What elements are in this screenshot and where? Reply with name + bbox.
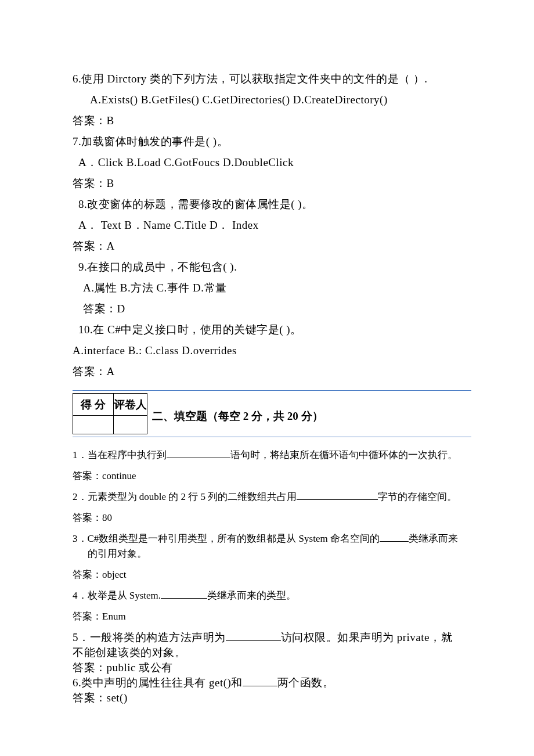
q7-options: A．Click B.Load C.GotFoucs D.DoubleClick bbox=[73, 152, 471, 173]
fill-q2-num: 2． bbox=[73, 489, 88, 505]
fill-q3: 3． C#数组类型是一种引用类型，所有的数组都是从 System 命名空间的类继… bbox=[73, 531, 471, 561]
section-2-title: 二、填空题（每空 2 分，共 20 分） bbox=[147, 409, 323, 434]
fill-q1: 1． 当在程序中执行到语句时，将结束所在循环语句中循环体的一次执行。 bbox=[73, 448, 471, 463]
score-header: 得 分 bbox=[73, 394, 114, 416]
fill-q2-answer: 答案：80 bbox=[73, 510, 471, 525]
fill-q1-num: 1． bbox=[73, 448, 88, 463]
fill-q2-pre: 元素类型为 double 的 2 行 5 列的二维数组共占用 bbox=[88, 491, 297, 502]
fill-q1-pre: 当在程序中执行到 bbox=[88, 449, 167, 460]
blank-line bbox=[243, 675, 277, 686]
fill-q4-post: 类继承而来的类型。 bbox=[207, 590, 296, 601]
fill-q6-post: 两个函数。 bbox=[277, 676, 334, 689]
fill-q3-answer: 答案：object bbox=[73, 567, 471, 582]
fill-q3-post2: 的引用对象。 bbox=[88, 548, 147, 559]
q8-text: 8.改变窗体的标题，需要修改的窗体属性是( )。 bbox=[73, 194, 471, 215]
score-table: 得 分 评卷人 bbox=[73, 393, 147, 434]
blank-line bbox=[297, 490, 378, 500]
q9-options: A.属性 B.方法 C.事件 D.常量 bbox=[73, 278, 471, 298]
fill-q4-num: 4． bbox=[73, 588, 88, 603]
fill-q5-line2: 不能创建该类的对象。 bbox=[73, 645, 471, 660]
fill-q2-post: 字节的存储空间。 bbox=[378, 491, 457, 502]
q10-options: A.interface B.: C.class D.overrides bbox=[73, 340, 471, 361]
grader-header: 评卷人 bbox=[114, 394, 147, 416]
section-2-header: 得 分 评卷人 二、填空题（每空 2 分，共 20 分） bbox=[73, 390, 471, 437]
fill-q3-pre: C#数组类型是一种引用类型，所有的数组都是从 System 命名空间的 bbox=[88, 533, 380, 544]
q6-answer: 答案：B bbox=[73, 110, 471, 131]
q9-answer: 答案：D bbox=[73, 298, 471, 319]
q7-text: 7.加载窗体时触发的事件是( )。 bbox=[73, 131, 471, 152]
q9-text: 9.在接口的成员中，不能包含( ). bbox=[73, 257, 471, 278]
fill-q6: 6.类中声明的属性往往具有 get()和两个函数。 答案：set() bbox=[73, 675, 471, 705]
q7-answer: 答案：B bbox=[73, 173, 471, 194]
fill-q2: 2． 元素类型为 double 的 2 行 5 列的二维数组共占用字节的存储空间… bbox=[73, 489, 471, 505]
blank-line bbox=[226, 630, 281, 641]
q8-options: A． Text B．Name C.Title D． Index bbox=[73, 215, 471, 236]
fill-blank-list: 1． 当在程序中执行到语句时，将结束所在循环语句中循环体的一次执行。 答案：co… bbox=[73, 448, 471, 705]
fill-q6-pre: 6.类中声明的属性往往具有 get()和 bbox=[73, 676, 243, 689]
q8-answer: 答案：A bbox=[73, 236, 471, 257]
fill-q3-post1: 类继承而来 bbox=[409, 533, 458, 544]
fill-q5-line1a: 5．一般将类的构造方法声明为 bbox=[73, 631, 226, 643]
fill-q5-line1b: 访问权限。如果声明为 private，就 bbox=[281, 631, 453, 643]
blank-line bbox=[161, 589, 207, 599]
fill-q5-answer: 答案：public 或公有 bbox=[73, 660, 471, 675]
q10-answer: 答案：A bbox=[73, 361, 471, 382]
fill-q3-num: 3． bbox=[73, 531, 88, 561]
fill-q4-pre: 枚举是从 System. bbox=[88, 590, 161, 601]
document-page: 6.使用 Dirctory 类的下列方法，可以获取指定文件夹中的文件的是（ ）.… bbox=[0, 0, 534, 740]
q10-text: 10.在 C#中定义接口时，使用的关键字是( )。 bbox=[73, 319, 471, 340]
q6-options: A.Exists() B.GetFiles() C.GetDirectories… bbox=[73, 89, 471, 110]
fill-q1-answer: 答案：continue bbox=[73, 469, 471, 484]
blank-line bbox=[167, 448, 230, 458]
fill-q4-answer: 答案：Enum bbox=[73, 609, 471, 624]
grader-cell bbox=[114, 416, 147, 434]
q6-text: 6.使用 Dirctory 类的下列方法，可以获取指定文件夹中的文件的是（ ）. bbox=[73, 69, 471, 89]
fill-q1-post: 语句时，将结束所在循环语句中循环体的一次执行。 bbox=[230, 449, 457, 460]
fill-q4: 4． 枚举是从 System.类继承而来的类型。 bbox=[73, 588, 471, 603]
blank-line bbox=[380, 532, 409, 542]
score-cell bbox=[73, 416, 114, 434]
fill-q6-answer: 答案：set() bbox=[73, 690, 471, 705]
fill-q5: 5．一般将类的构造方法声明为访问权限。如果声明为 private，就 不能创建该… bbox=[73, 630, 471, 675]
